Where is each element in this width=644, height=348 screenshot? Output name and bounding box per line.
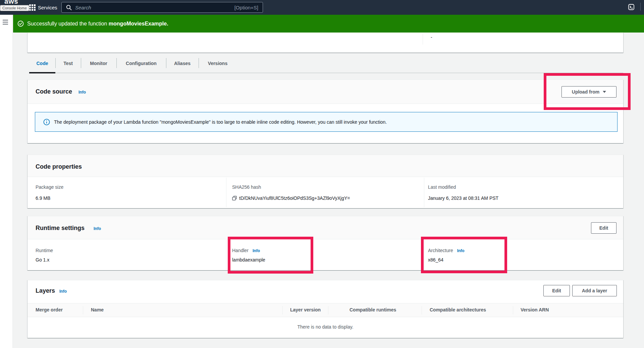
search-input[interactable]: Search [Option+S] <box>61 2 263 13</box>
code-source-title: Code source <box>36 88 72 95</box>
handler-label: HandlerInfo <box>232 248 265 253</box>
layers-empty-message: There is no data to display. <box>28 324 623 330</box>
alert-message: The deployment package of your Lambda fu… <box>54 119 387 125</box>
col-name: Name <box>91 307 104 312</box>
console-home-tooltip: Console Home <box>0 5 29 11</box>
col-version-arn: Version ARN <box>521 307 549 312</box>
runtime-settings-card: Runtime settings Info Edit Runtime Go 1.… <box>28 216 623 270</box>
code-source-card: Code source Info Upload from The deploym… <box>28 79 623 143</box>
layers-table-header: Merge order Name Layer version Compatibl… <box>28 303 623 317</box>
runtime-value: Go 1.x <box>36 257 53 263</box>
info-circle-icon <box>43 119 50 125</box>
copy-icon[interactable] <box>232 196 237 200</box>
add-layer-button[interactable]: Add a layer <box>572 285 617 296</box>
architecture-value: x86_64 <box>428 257 465 263</box>
last-modified-field: Last modified January 6, 2023 at 08:31 A… <box>428 184 498 201</box>
col-merge-order: Merge order <box>36 307 63 312</box>
tab-monitor[interactable]: Monitor <box>81 57 116 73</box>
code-source-header: Code source Info Upload from <box>28 80 623 104</box>
success-flashbar: Successfully updated the function mongoM… <box>13 15 644 33</box>
services-label: Services <box>38 5 57 10</box>
overview-column-divider <box>423 34 423 45</box>
tab-aliases[interactable]: Aliases <box>166 57 199 73</box>
architecture-label: ArchitectureInfo <box>428 248 465 253</box>
column-divider <box>226 240 226 270</box>
aws-logo[interactable]: aws <box>4 0 18 5</box>
tab-test[interactable]: Test <box>55 57 81 73</box>
runtime-settings-title: Runtime settings <box>36 225 85 232</box>
layers-title: Layers <box>36 287 55 294</box>
code-properties-title: Code properties <box>36 163 82 170</box>
last-modified-label: Last modified <box>428 184 498 190</box>
hamburger-menu-icon[interactable] <box>3 20 8 24</box>
success-check-icon <box>17 20 24 27</box>
services-menu-button[interactable]: Services <box>29 0 57 15</box>
search-placeholder: Search <box>75 5 91 10</box>
function-tabs: Code Test Monitor Configuration Aliases … <box>29 57 237 73</box>
code-properties-card: Code properties Package size 6.9 MB SHA2… <box>28 155 623 208</box>
column-tick <box>328 306 328 314</box>
layers-edit-button[interactable]: Edit <box>543 285 570 296</box>
architecture-info-link[interactable]: Info <box>457 248 465 253</box>
upload-from-button[interactable]: Upload from <box>561 86 616 98</box>
cloudshell-icon[interactable] <box>628 4 634 10</box>
package-size-field: Package size 6.9 MB <box>36 184 63 201</box>
last-modified-value: January 6, 2023 at 08:31 AM PST <box>428 195 498 201</box>
search-shortcut-hint: [Option+S] <box>234 5 258 10</box>
column-divider <box>424 178 424 207</box>
col-compatible-runtimes: Compatible runtimes <box>350 307 396 312</box>
column-divider <box>424 240 424 270</box>
col-compatible-architectures: Compatible architectures <box>430 307 486 312</box>
layers-card: Layers Info Edit Add a layer Merge order… <box>28 280 623 338</box>
handler-field: HandlerInfo lambdaexample <box>232 248 265 263</box>
runtime-edit-button[interactable]: Edit <box>591 222 616 234</box>
left-sidebar <box>0 15 13 348</box>
overview-placeholder-value: - <box>431 35 432 40</box>
tab-configuration[interactable]: Configuration <box>116 57 166 73</box>
runtime-label: Runtime <box>36 248 53 253</box>
function-overview-card: - <box>28 33 623 53</box>
flashbar-message: Successfully updated the function mongoM… <box>27 21 168 27</box>
navbar-separator <box>640 3 641 11</box>
sha256-hash-field: SHA256 hash tD/DkNUvaYiuf8UlC5tz6oiOPdS3… <box>232 184 350 201</box>
code-source-info-link[interactable]: Info <box>78 90 86 95</box>
caret-down-icon <box>603 91 606 93</box>
sha256-hash-label: SHA256 hash <box>232 184 350 190</box>
col-layer-version: Layer version <box>290 307 321 312</box>
column-tick <box>422 306 422 314</box>
layers-info-link[interactable]: Info <box>59 289 67 294</box>
top-navigation-bar: aws Services Search [Option+S] <box>0 0 644 15</box>
code-properties-header: Code properties <box>28 155 623 177</box>
architecture-field: ArchitectureInfo x86_64 <box>428 248 465 263</box>
package-size-value: 6.9 MB <box>36 195 63 201</box>
handler-info-link[interactable]: Info <box>253 248 260 253</box>
package-size-label: Package size <box>36 184 63 190</box>
runtime-settings-info-link[interactable]: Info <box>94 226 101 231</box>
column-divider <box>226 178 226 207</box>
runtime-field: Runtime Go 1.x <box>36 248 53 263</box>
sha256-hash-value: tD/DkNUvaYiuf8UlC5tz6oiOPdS3Sg+3AZl9oVyX… <box>232 195 350 201</box>
handler-value: lambdaexample <box>232 257 265 263</box>
search-icon <box>66 5 72 10</box>
column-tick <box>282 306 283 314</box>
runtime-settings-header: Runtime settings Info Edit <box>28 216 623 239</box>
services-grid-icon <box>29 4 36 11</box>
column-tick <box>513 306 513 314</box>
tab-versions[interactable]: Versions <box>199 57 237 73</box>
tab-code[interactable]: Code <box>29 57 55 73</box>
column-tick <box>83 306 83 314</box>
package-too-large-alert: The deployment package of your Lambda fu… <box>35 112 618 132</box>
